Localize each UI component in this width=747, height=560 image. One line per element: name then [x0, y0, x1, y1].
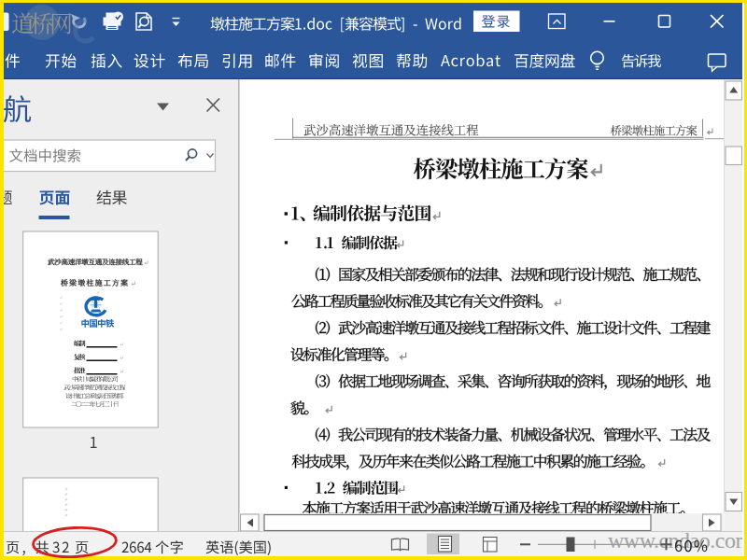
svg-text:www.cndao.com: www.cndao.com — [608, 528, 747, 553]
